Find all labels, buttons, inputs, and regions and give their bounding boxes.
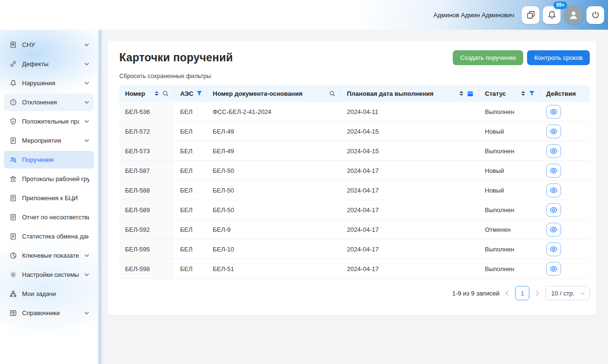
sidebar-item[interactable]: Ключевые показатели оп... — [4, 247, 94, 264]
search-icon[interactable] — [162, 91, 169, 97]
page-size-value: 10 / стр. — [551, 290, 574, 297]
book-icon — [9, 309, 17, 317]
alarm-icon — [9, 80, 17, 87]
cell-number: БЕЛ-536 — [119, 102, 174, 121]
column-header-aes[interactable]: АЭС — [174, 85, 207, 102]
table-row: БЕЛ-589БЕЛБЕЛ-502024-04-17Выполнен — [119, 200, 590, 220]
cell-doc: БЕЛ-50 — [207, 181, 341, 200]
chevron-down-icon — [84, 81, 89, 85]
page-1-button[interactable]: 1 — [515, 286, 529, 300]
view-button[interactable] — [546, 223, 561, 237]
sidebar-item[interactable]: Настройки системы — [4, 266, 94, 284]
view-button[interactable] — [546, 144, 561, 158]
chevron-down-icon — [84, 101, 89, 104]
sidebar-item[interactable]: Нарушения — [4, 74, 94, 92]
cell-date: 2024-04-15 — [341, 141, 479, 160]
sort-icon[interactable] — [459, 91, 463, 96]
document-icon — [9, 214, 17, 221]
prev-page-button[interactable] — [505, 290, 509, 296]
sidebar-item-label: Статистика обмена данными ... — [22, 233, 89, 240]
sidebar-item-label: СНУ — [22, 41, 79, 48]
sidebar-item[interactable]: Протоколы рабочей группы — [4, 170, 94, 188]
cell-date: 2024-04-11 — [341, 102, 479, 121]
eye-icon — [550, 206, 558, 214]
pagination-total: 1-9 из 9 записей — [452, 290, 500, 297]
sidebar-item[interactable]: Дефекты — [4, 55, 94, 73]
user-avatar[interactable] — [564, 5, 583, 24]
cell-aes: БЕЛ — [174, 161, 207, 180]
document-icon — [9, 194, 17, 202]
view-button[interactable] — [546, 125, 561, 138]
apps-window-button[interactable] — [522, 6, 539, 24]
create-order-button[interactable]: Создать поручение — [453, 50, 523, 65]
cell-doc: БЕЛ-9 — [207, 220, 341, 239]
cell-aes: БЕЛ — [174, 122, 207, 141]
eye-icon — [550, 186, 558, 194]
sidebar-item-label: Справочники — [22, 309, 79, 317]
column-header-actions: Действия — [540, 85, 590, 102]
cell-aes: БЕЛ — [174, 102, 207, 121]
sidebar-item[interactable]: Поручения — [4, 151, 94, 169]
next-page-button[interactable] — [535, 290, 539, 296]
cell-date: 2024-04-17 — [341, 239, 479, 259]
column-header-doc[interactable]: Номер документа-основания — [207, 85, 341, 102]
column-label: Плановая дата выполнения — [347, 90, 434, 97]
sidebar-item[interactable]: Статистика обмена данными ... — [4, 228, 94, 245]
document-icon — [9, 137, 17, 144]
view-button[interactable] — [546, 183, 561, 197]
page-size-select[interactable]: 10 / стр. — [545, 286, 590, 300]
cell-status: Выполнен — [479, 141, 540, 160]
sidebar-item[interactable]: Приложения к БЦИ — [4, 189, 94, 207]
search-icon[interactable] — [329, 91, 335, 97]
cell-aes: БЕЛ — [174, 200, 207, 219]
cell-date: 2024-04-15 — [341, 122, 479, 141]
pie-chart-icon — [9, 252, 17, 259]
cell-number: БЕЛ-589 — [119, 200, 174, 219]
column-header-status[interactable]: Статус — [479, 85, 540, 102]
notifications-button[interactable]: 99+ — [543, 6, 561, 24]
column-label: Статус — [485, 90, 506, 97]
reset-filters-link[interactable]: Сбросить сохраненные фильтры — [119, 73, 211, 80]
sidebar-item[interactable]: Отклонения — [4, 93, 94, 111]
sidebar-item[interactable]: Положительные практики — [4, 113, 94, 130]
view-button[interactable] — [546, 242, 561, 256]
calendar-filter-icon[interactable] — [467, 91, 473, 97]
sort-icon[interactable] — [521, 91, 525, 96]
logout-button[interactable] — [586, 6, 604, 24]
column-label: АЭС — [180, 90, 194, 97]
table-header-row: Номер АЭС — [119, 85, 590, 102]
cell-status: Выполнен — [479, 102, 540, 121]
sidebar-item[interactable]: Мероприятия — [4, 132, 94, 149]
cell-aes: БЕЛ — [174, 141, 207, 160]
table-row: БЕЛ-598БЕЛБЕЛ-512024-04-17Выполнен — [119, 259, 590, 279]
cell-status: Выполнен — [479, 259, 540, 278]
cell-doc: БЕЛ-50 — [207, 161, 341, 180]
content-card: Карточки поручений Создать поручение Кон… — [108, 41, 597, 315]
chevron-down-icon — [84, 43, 89, 46]
column-header-date[interactable]: Плановая дата выполнения — [341, 85, 479, 102]
filter-funnel-icon[interactable] — [196, 91, 202, 96]
view-button[interactable] — [546, 105, 561, 119]
view-button[interactable] — [546, 164, 561, 178]
chevron-down-icon — [580, 292, 585, 295]
cell-status: Отменен — [479, 220, 540, 239]
sidebar-item-label: Положительные практики — [22, 118, 79, 125]
sidebar-item[interactable]: Отчет по несоответствиям — [4, 208, 94, 226]
chevron-down-icon — [84, 254, 89, 257]
view-button[interactable] — [546, 262, 561, 276]
eye-icon — [550, 265, 558, 273]
cell-status: Выполнен — [479, 239, 540, 259]
deadline-control-button[interactable]: Контроль сроков — [527, 50, 590, 65]
column-header-number[interactable]: Номер — [119, 85, 174, 102]
link-icon — [9, 60, 17, 68]
cell-date: 2024-04-17 — [341, 220, 479, 239]
sidebar-item[interactable]: СНУ — [4, 36, 94, 54]
cell-number: БЕЛ-572 — [119, 122, 174, 141]
sidebar-item[interactable]: Мои задачи — [4, 285, 94, 303]
notification-badge: 99+ — [553, 1, 567, 9]
sidebar-item[interactable]: Справочники — [4, 304, 94, 322]
filter-funnel-icon[interactable] — [529, 91, 535, 96]
sort-icon[interactable] — [155, 91, 159, 96]
view-button[interactable] — [546, 203, 561, 217]
eye-icon — [550, 147, 558, 155]
